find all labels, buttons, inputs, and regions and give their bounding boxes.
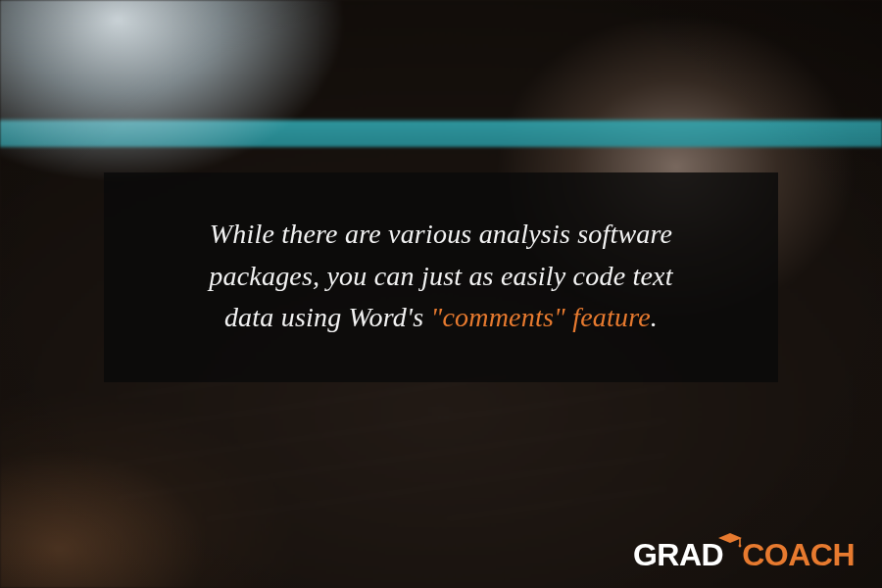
brand-logo: GRAD COACH [633, 539, 855, 570]
quote-overlay: While there are various analysis softwar… [104, 172, 778, 382]
quote-line-3-suffix: . [651, 302, 658, 332]
brand-word-2: COACH [742, 539, 855, 570]
mortarboard-icon [717, 532, 743, 548]
quote-line-3-prefix: data using Word's [224, 302, 431, 332]
quote-line-1: While there are various analysis softwar… [149, 214, 733, 256]
quote-line-2: packages, you can just as easily code te… [149, 256, 733, 298]
brand-word-1: GRAD [633, 539, 723, 570]
quote-highlight: "comments" feature [430, 302, 650, 332]
svg-point-2 [739, 545, 742, 548]
quote-line-3: data using Word's "comments" feature. [149, 297, 733, 339]
svg-marker-0 [718, 533, 742, 543]
